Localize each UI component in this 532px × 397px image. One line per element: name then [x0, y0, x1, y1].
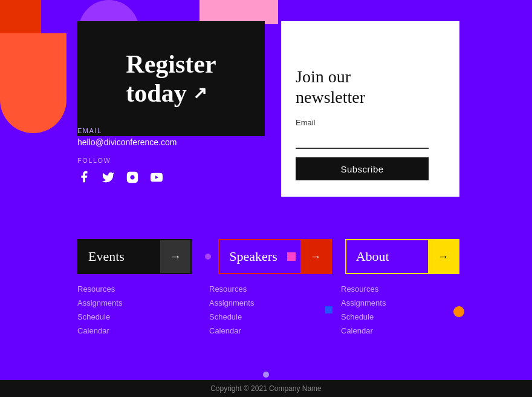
register-box[interactable]: Register today ↗	[77, 21, 265, 136]
pink-rectangle-shape	[199, 0, 278, 24]
events-arrow-icon: →	[170, 251, 181, 263]
speakers-nav-card[interactable]: Speakers →	[218, 239, 331, 274]
about-arrow-icon: →	[438, 251, 449, 263]
facebook-icon[interactable]	[77, 170, 91, 186]
cursor-icon: ↗	[193, 84, 207, 103]
youtube-icon[interactable]	[150, 171, 163, 186]
social-icons-row	[77, 170, 177, 186]
subscribe-button[interactable]: Subscribe	[296, 157, 429, 180]
blue-square-decoration	[325, 306, 332, 313]
about-nav-card[interactable]: About →	[345, 239, 459, 274]
events-arrow-box[interactable]: →	[160, 240, 190, 273]
follow-label: FOLLOW	[77, 157, 177, 164]
newsletter-title: Join our newsletter	[296, 67, 389, 107]
email-field-label: Email	[296, 118, 445, 127]
orange-semicircle-shape	[0, 33, 66, 133]
events-assignments-link[interactable]: Assignments	[77, 298, 196, 307]
speakers-schedule-link[interactable]: Schedule	[209, 312, 328, 321]
orange-circle-decoration	[453, 306, 464, 317]
contact-section: EMAIL hello@diviconference.com FOLLOW	[77, 127, 177, 186]
center-bottom-dot	[263, 372, 269, 378]
register-line1: Register	[126, 50, 216, 79]
events-schedule-link[interactable]: Schedule	[77, 312, 196, 321]
twitter-icon[interactable]	[102, 171, 115, 186]
email-label: EMAIL	[77, 127, 177, 134]
instagram-icon[interactable]	[126, 171, 139, 186]
about-calendar-link[interactable]: Calendar	[341, 326, 459, 335]
email-value: hello@diviconference.com	[77, 137, 177, 147]
sub-nav-col-events: Resources Assignments Schedule Calendar	[77, 284, 196, 335]
speakers-dot	[205, 254, 211, 260]
footer-bar: Copyright © 2021 Company Name	[0, 380, 532, 397]
about-label: About	[346, 249, 428, 264]
about-resources-link[interactable]: Resources	[341, 284, 459, 294]
nav-cards-row: Events → Speakers → About →	[77, 239, 459, 274]
speakers-arrow-icon: →	[310, 251, 321, 263]
newsletter-box: Join our newsletter Email Subscribe	[281, 21, 459, 197]
sub-nav-col-speakers: Resources Assignments Schedule Calendar	[209, 284, 328, 335]
speakers-label: Speakers	[219, 249, 287, 264]
footer-copyright: Copyright © 2021 Company Name	[210, 384, 322, 393]
about-schedule-link[interactable]: Schedule	[341, 312, 459, 321]
about-assignments-link[interactable]: Assignments	[341, 298, 459, 307]
register-line2: today ↗	[126, 79, 216, 108]
speakers-resources-link[interactable]: Resources	[209, 284, 328, 294]
speakers-pink-square	[287, 252, 296, 261]
events-label: Events	[79, 249, 160, 264]
speakers-calendar-link[interactable]: Calendar	[209, 326, 328, 335]
events-resources-link[interactable]: Resources	[77, 284, 196, 294]
sub-nav-row: Resources Assignments Schedule Calendar …	[77, 284, 459, 335]
about-arrow-box[interactable]: →	[428, 240, 458, 273]
events-calendar-link[interactable]: Calendar	[77, 326, 196, 335]
events-nav-card[interactable]: Events →	[77, 239, 192, 274]
email-input[interactable]	[296, 131, 429, 149]
speakers-arrow-box[interactable]: →	[300, 240, 331, 273]
speakers-assignments-link[interactable]: Assignments	[209, 298, 328, 307]
red-rectangle-shape	[0, 0, 41, 79]
sub-nav-col-about: Resources Assignments Schedule Calendar	[341, 284, 459, 335]
